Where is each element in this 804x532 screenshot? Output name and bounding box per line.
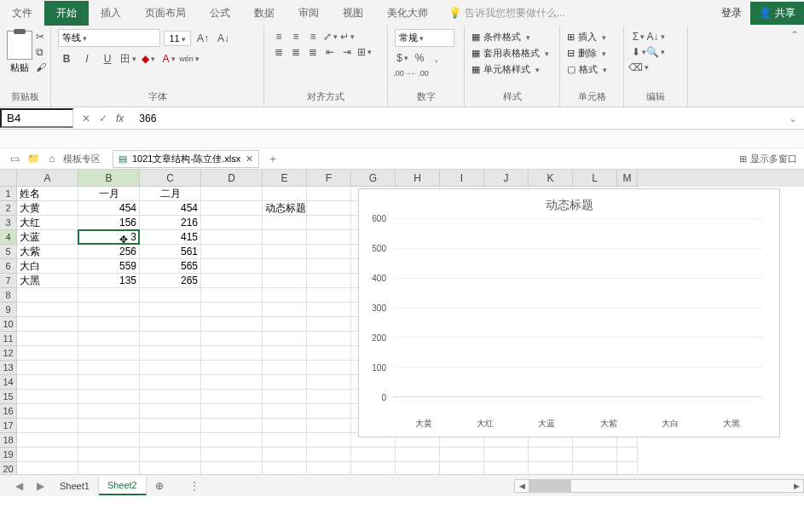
cell[interactable] <box>201 201 263 216</box>
cell[interactable]: 156 <box>78 216 140 230</box>
border-button[interactable]: 田 <box>119 50 136 67</box>
cell[interactable]: 大黄 <box>17 201 78 216</box>
wrap-text-button[interactable]: ↵ <box>339 29 355 44</box>
cell[interactable] <box>529 448 573 462</box>
row-header-7[interactable]: 7 <box>0 274 17 288</box>
cell[interactable] <box>307 230 351 245</box>
cell[interactable] <box>201 433 263 448</box>
cell[interactable] <box>307 433 351 448</box>
col-header-G[interactable]: G <box>351 170 396 187</box>
cell[interactable] <box>140 433 201 448</box>
cell[interactable] <box>617 462 638 474</box>
col-header-H[interactable]: H <box>396 170 440 187</box>
menu-formulas[interactable]: 公式 <box>198 1 242 26</box>
embedded-chart[interactable]: 动态标题 0100200300400500600 大黄大红大蓝大紫大白大黑 <box>358 188 780 437</box>
menu-start[interactable]: 开始 <box>44 1 89 26</box>
cell[interactable] <box>140 303 201 317</box>
cell[interactable] <box>17 332 78 346</box>
cell[interactable] <box>529 462 573 474</box>
fill-icon[interactable]: ⬇ <box>631 44 646 60</box>
cell[interactable]: 565 <box>140 259 201 274</box>
cell[interactable]: 大蓝 <box>17 230 78 245</box>
col-header-E[interactable]: E <box>263 170 307 187</box>
cell[interactable] <box>307 201 351 216</box>
increase-indent-icon[interactable]: ⇥ <box>339 44 355 60</box>
cell[interactable] <box>17 419 78 433</box>
align-middle-icon[interactable]: ≡ <box>288 29 304 44</box>
cell[interactable] <box>573 448 617 462</box>
cell[interactable]: 216 <box>140 216 201 230</box>
cell[interactable] <box>307 317 351 332</box>
currency-icon[interactable]: $ <box>395 50 410 66</box>
cell[interactable] <box>307 216 351 230</box>
cell[interactable] <box>78 448 140 462</box>
col-header-J[interactable]: J <box>484 170 529 187</box>
cell[interactable] <box>78 346 140 361</box>
cell[interactable] <box>263 419 307 433</box>
cell[interactable] <box>307 448 351 462</box>
cell[interactable] <box>440 448 484 462</box>
tellme-search[interactable]: 💡 告诉我您想要做什么... <box>448 6 565 20</box>
align-left-icon[interactable]: ≣ <box>271 44 286 60</box>
cell[interactable] <box>263 303 307 317</box>
scroll-left-icon[interactable]: ◀ <box>515 482 529 490</box>
row-header-18[interactable]: 18 <box>0 433 17 448</box>
menu-file[interactable]: 文件 <box>0 1 44 26</box>
cell[interactable] <box>78 361 140 375</box>
row-header-3[interactable]: 3 <box>0 216 17 230</box>
cell[interactable] <box>263 361 307 375</box>
fx-icon[interactable]: fx <box>116 113 124 124</box>
cell[interactable] <box>307 462 351 474</box>
decrease-indent-icon[interactable]: ⇤ <box>322 44 338 60</box>
multi-window-button[interactable]: ⊞ 显示多窗口 <box>739 153 797 165</box>
cell[interactable] <box>17 462 78 474</box>
comma-icon[interactable]: , <box>429 50 444 66</box>
percent-icon[interactable]: % <box>412 50 427 66</box>
table-format-button[interactable]: ▦套用表格格式 <box>471 45 552 61</box>
cell[interactable] <box>140 288 201 303</box>
cell[interactable] <box>201 390 263 404</box>
cell[interactable] <box>307 375 351 390</box>
cell[interactable] <box>17 361 78 375</box>
cell[interactable] <box>263 332 307 346</box>
cell[interactable]: 415 <box>140 230 201 245</box>
cancel-icon[interactable]: ✕ <box>82 113 90 124</box>
cell[interactable] <box>263 317 307 332</box>
cell[interactable] <box>307 419 351 433</box>
copy-icon[interactable]: ⧉ <box>36 46 48 58</box>
col-header-L[interactable]: L <box>573 170 617 187</box>
autosum-icon[interactable]: Σ <box>631 29 646 44</box>
cell[interactable] <box>201 346 263 361</box>
select-all-corner[interactable] <box>0 170 17 187</box>
cell[interactable] <box>307 274 351 288</box>
cell[interactable] <box>201 274 263 288</box>
font-size-select[interactable]: 11 <box>164 31 191 46</box>
col-header-F[interactable]: F <box>307 170 351 187</box>
cell[interactable] <box>201 187 263 201</box>
cell[interactable] <box>17 448 78 462</box>
cell[interactable] <box>17 288 78 303</box>
col-header-I[interactable]: I <box>440 170 484 187</box>
close-tab-icon[interactable]: ✕ <box>246 153 253 165</box>
conditional-format-button[interactable]: ▦条件格式 <box>471 29 552 45</box>
cell[interactable] <box>140 317 201 332</box>
cell[interactable] <box>17 317 78 332</box>
cell[interactable] <box>396 448 440 462</box>
decrease-font-icon[interactable]: A↓ <box>215 30 232 47</box>
row-header-11[interactable]: 11 <box>0 332 17 346</box>
cell[interactable] <box>307 187 351 201</box>
sheet-tab-2[interactable]: Sheet2 <box>99 477 147 495</box>
cell[interactable]: 265 <box>140 274 201 288</box>
menu-layout[interactable]: 页面布局 <box>133 1 198 26</box>
row-header-5[interactable]: 5 <box>0 245 17 259</box>
cell[interactable] <box>263 288 307 303</box>
sheet-divider-icon[interactable]: ⋮ <box>189 480 200 492</box>
col-header-B[interactable]: B <box>78 170 140 187</box>
cell[interactable] <box>78 433 140 448</box>
align-bottom-icon[interactable]: ≡ <box>305 29 321 44</box>
row-header-16[interactable]: 16 <box>0 404 17 419</box>
collapse-ribbon-icon[interactable]: ⌃ <box>790 29 799 41</box>
cell[interactable] <box>201 303 263 317</box>
cell[interactable] <box>484 448 529 462</box>
row-header-8[interactable]: 8 <box>0 288 17 303</box>
